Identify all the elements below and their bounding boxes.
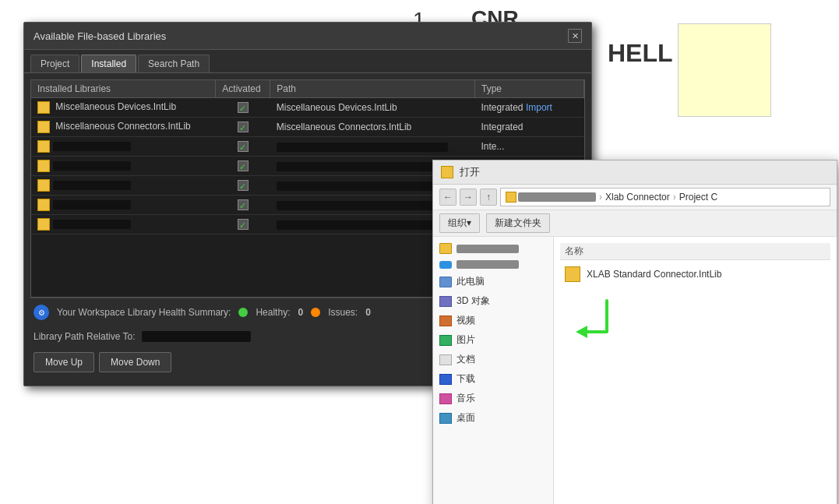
lib-path-redacted <box>142 331 251 342</box>
type-2: Integrated <box>481 122 523 132</box>
sidebar-item-redacted-2[interactable] <box>433 257 553 272</box>
sidebar-item-pic[interactable]: 图片 <box>433 330 553 350</box>
sidebar-label-download: 下载 <box>457 372 475 386</box>
svg-marker-0 <box>576 326 587 338</box>
sidebar-item-pc[interactable]: 此电脑 <box>433 272 553 291</box>
tab-search-path[interactable]: Search Path <box>138 55 210 72</box>
bg-hell: HELL <box>608 39 673 68</box>
type-1: Integrated <box>481 102 523 113</box>
doc-icon <box>439 354 452 365</box>
sidebar-item-doc[interactable]: 文档 <box>433 350 553 369</box>
cell-name <box>31 137 216 157</box>
breadcrumb-icon <box>506 192 516 203</box>
sidebar-item-download[interactable]: 下载 <box>433 369 553 389</box>
sidebar-item-desktop[interactable]: 桌面 <box>433 408 553 428</box>
lib-icon <box>37 199 50 211</box>
tab-installed[interactable]: Installed <box>81 55 136 72</box>
download-icon <box>439 374 452 385</box>
redacted <box>53 142 131 151</box>
health-label: Your Workspace Library Health Summary: <box>57 307 231 318</box>
sidebar-label-pc: 此电脑 <box>457 275 485 288</box>
video-icon <box>439 315 452 326</box>
redacted <box>277 201 448 210</box>
nav-forward-button[interactable]: → <box>460 189 477 206</box>
sidebar-label-video: 视频 <box>457 314 475 327</box>
bg-yellow-box <box>678 23 771 117</box>
list-item[interactable]: XLAB Standard Connector.IntLib <box>560 263 830 285</box>
col-activated: Activated <box>216 80 270 98</box>
folder-icon <box>439 243 452 254</box>
cell-name <box>31 176 216 196</box>
sidebar-item-3d[interactable]: 3D 对象 <box>433 291 553 311</box>
redacted <box>53 161 131 171</box>
lib-path-label: Library Path Relative To: <box>33 331 136 342</box>
issues-dot <box>311 308 320 317</box>
redacted <box>277 162 448 171</box>
checkbox-2[interactable]: ✓ <box>238 122 249 132</box>
file-col-header: 名称 <box>560 243 830 260</box>
sidebar-label-doc: 文档 <box>457 353 475 366</box>
healthy-dot <box>238 308 248 317</box>
redacted <box>277 143 448 152</box>
arrow-annotation <box>568 293 830 358</box>
3d-icon <box>439 296 452 307</box>
healthy-label: Healthy: <box>256 307 290 318</box>
col-name-label: 名称 <box>565 245 583 258</box>
table-row[interactable]: Miscellaneous Connectors.IntLib ✓ Miscel… <box>31 118 584 137</box>
lib-icon <box>37 101 50 114</box>
checkbox-1[interactable]: ✓ <box>238 102 249 113</box>
health-icon: ⚙ <box>33 305 49 320</box>
cell-name: Miscellaneous Connectors.IntLib <box>31 118 216 137</box>
pc-icon <box>439 277 452 287</box>
sidebar-item-video[interactable]: 视频 <box>433 311 553 330</box>
open-sidebar: 此电脑 3D 对象 视频 图片 文档 <box>433 237 554 504</box>
table-row[interactable]: ✓ Inte... <box>31 137 584 157</box>
import-link-1[interactable]: Import <box>526 102 552 113</box>
cell-name <box>31 157 216 176</box>
close-button[interactable]: ✕ <box>568 29 582 43</box>
open-title-icon <box>441 166 453 178</box>
move-up-button[interactable]: Move Up <box>33 352 94 372</box>
col-name: Installed Libraries <box>31 80 216 98</box>
issues-count: 0 <box>365 307 371 318</box>
sidebar-item-redacted-1[interactable] <box>433 240 553 257</box>
dialog-title: Available File-based Libraries <box>33 30 166 42</box>
breadcrumb-root-redacted <box>518 192 596 202</box>
open-titlebar: 打开 <box>433 160 837 185</box>
file-name-1: XLAB Standard Connector.IntLib <box>587 269 721 280</box>
cell-activated[interactable]: ✓ <box>216 118 270 137</box>
col-type: Type <box>475 80 584 98</box>
redacted <box>277 182 448 191</box>
green-arrow-svg <box>568 293 630 355</box>
open-toolbar: 组织▾ 新建文件夹 <box>433 210 837 237</box>
cell-path <box>270 137 475 157</box>
cell-name: Miscellaneous Devices.IntLib <box>31 98 216 118</box>
intlib-icon <box>565 266 580 282</box>
table-header: Installed Libraries Activated Path Type <box>31 80 584 98</box>
cell-activated[interactable]: ✓ <box>216 98 270 118</box>
healthy-count: 0 <box>298 307 303 318</box>
tab-project[interactable]: Project <box>30 55 79 72</box>
lib-name-1: Miscellaneous Devices.IntLib <box>55 101 176 112</box>
pic-icon <box>439 335 452 346</box>
sidebar-item-music[interactable]: 音乐 <box>433 389 553 408</box>
nav-up-button[interactable]: ↑ <box>480 189 497 206</box>
sidebar-label-pic: 图片 <box>457 333 475 347</box>
lib-icon <box>37 218 50 231</box>
new-folder-button[interactable]: 新建文件夹 <box>486 213 550 233</box>
sidebar-label-music: 音乐 <box>457 392 475 405</box>
move-down-button[interactable]: Move Down <box>99 352 171 372</box>
breadcrumb-sub: Project C <box>679 192 717 203</box>
path-2: Miscellaneous Connectors.IntLib <box>277 122 411 132</box>
nav-back-button[interactable]: ← <box>439 189 457 206</box>
organize-button[interactable]: 组织▾ <box>439 213 480 233</box>
col-path: Path <box>270 80 475 98</box>
lib-icon <box>37 140 50 153</box>
redacted <box>53 200 131 210</box>
table-row[interactable]: Miscellaneous Devices.IntLib ✓ Miscellan… <box>31 98 584 118</box>
open-main-area[interactable]: 名称 XLAB Standard Connector.IntLib <box>554 237 837 504</box>
open-title-text: 打开 <box>460 165 480 179</box>
sidebar-label-desktop: 桌面 <box>457 411 475 425</box>
cell-type: Integrated <box>475 118 584 137</box>
onedrive-icon <box>439 261 452 269</box>
